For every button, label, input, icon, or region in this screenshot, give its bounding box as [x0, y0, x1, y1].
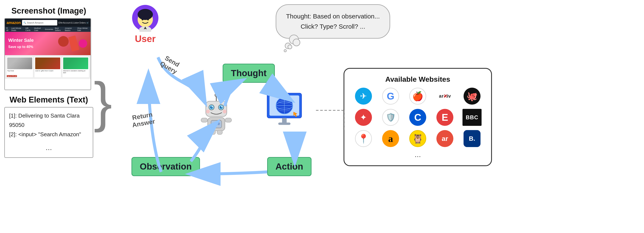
- web-element-2: [2]: <input> "Search Amazon": [9, 130, 88, 139]
- site-coursera: C: [409, 109, 426, 126]
- return-answer-label: ReturnAnswer: [130, 111, 156, 129]
- deco-circle-2: [79, 39, 87, 48]
- svg-rect-39: [282, 118, 287, 123]
- site-google: G: [382, 88, 399, 105]
- svg-point-24: [217, 122, 220, 125]
- amz-product-1: Top Deal Up to 47% off: [6, 57, 33, 78]
- arxiv-iv: iv: [447, 93, 451, 99]
- svg-point-22: [213, 122, 216, 125]
- amz-product-2: Just in: gifts from Coach: [34, 57, 61, 78]
- thought-label: Thought: [231, 68, 266, 78]
- robot-icon: [197, 93, 236, 136]
- amz-banner-title: Winter SaleSave up to 40%: [8, 37, 34, 50]
- amz-nav: ☰ All Last Minute Deals Gift Cards Medic…: [5, 27, 90, 32]
- product-label-1: Top Deal: [7, 70, 32, 72]
- svg-rect-25: [201, 118, 208, 122]
- amz-nav-deals: Last Minute Deals: [11, 27, 24, 31]
- observation-box: Observation: [132, 157, 200, 176]
- amazon-logo: amazon: [6, 21, 21, 25]
- site-duolingo: 🦉: [409, 130, 426, 147]
- send-query-label: SendQuery: [159, 54, 182, 75]
- amz-nav-sellers: Best Sellers: [55, 27, 63, 31]
- web-elements-box: [1]: Delivering to Santa Clara 95050 [2]…: [4, 107, 93, 158]
- action-label: Action: [276, 161, 303, 171]
- svg-rect-3: [138, 13, 153, 16]
- svg-rect-28: [217, 130, 222, 135]
- svg-point-5: [147, 19, 149, 20]
- thought-cloud: Thought: Based on observation... Click? …: [276, 4, 390, 39]
- product-badge-1: Up to 47% off: [7, 75, 17, 77]
- left-panel: Screenshot (Image) amazon 🔍 Search Amazo…: [4, 6, 93, 158]
- thought-bubble-area: Thought: Based on observation... Click? …: [276, 4, 390, 56]
- amz-product-3: Women's sweaters starting at $20: [62, 57, 89, 78]
- bubble-dot-small: [284, 49, 287, 52]
- observation-label: Observation: [140, 161, 192, 171]
- svg-point-19: [223, 110, 227, 114]
- site-booking: B.: [464, 130, 480, 147]
- product-label-3: Women's sweaters starting at $20: [63, 70, 88, 74]
- site-apple: 🍎: [409, 88, 426, 105]
- svg-point-4: [142, 19, 143, 20]
- websites-ellipsis: ...: [352, 150, 484, 159]
- robot-area: [197, 93, 240, 136]
- site-bbc: BBC: [462, 109, 482, 126]
- bubble-dot-large: [293, 39, 300, 46]
- amz-banner-content: Winter SaleSave up to 40%: [8, 37, 34, 50]
- thought-line1: Thought: Based on observation...: [286, 13, 380, 20]
- deco-rect: [68, 36, 79, 52]
- amz-nav-med: Medical Care: [34, 27, 43, 31]
- arxiv-text: ar: [439, 93, 444, 99]
- thought-line2: Click? Type? Scroll? ...: [301, 23, 365, 30]
- computer-monitor-icon: [265, 91, 308, 129]
- product-label-2: Just in: gifts from Coach: [35, 70, 60, 72]
- user-label: User: [135, 34, 156, 44]
- amz-nav-sale: Shop Winter Sale: [77, 27, 89, 31]
- amz-banner: Winter SaleSave up to 40%: [5, 32, 90, 55]
- site-arxiv: ar X iv: [436, 88, 453, 105]
- product-img-1: [7, 58, 32, 69]
- user-area: User: [132, 4, 159, 44]
- thought-box: Thought: [223, 64, 275, 83]
- brace-connector: }: [94, 74, 112, 129]
- amazon-screenshot: amazon 🔍 Search Amazon EN▾ Account & Lis…: [4, 18, 91, 90]
- arxiv-x: X: [444, 93, 447, 99]
- site-ar: ar: [436, 130, 453, 147]
- svg-point-16: [212, 106, 213, 107]
- amz-products: Top Deal Up to 47% off Just in: gifts fr…: [5, 55, 90, 79]
- web-elements-label: Web Elements (Text): [4, 95, 93, 104]
- product-img-3: [63, 58, 88, 69]
- amz-account: EN▾ Account & Lists▾ Orders 🛒: [58, 22, 89, 24]
- web-elements-more: ...: [9, 141, 88, 154]
- svg-rect-27: [210, 130, 216, 135]
- site-flight: ✈: [355, 88, 372, 105]
- site-maps: 📍: [355, 130, 372, 147]
- action-box: Action: [267, 157, 312, 176]
- amz-nav-gifts: Gift Cards: [26, 27, 32, 31]
- amz-banner-deco: [58, 36, 87, 51]
- site-wolfram: ✦: [355, 109, 372, 126]
- user-avatar: [132, 4, 159, 32]
- web-element-1: [1]: Delivering to Santa Clara 95050: [9, 111, 88, 130]
- svg-rect-26: [225, 118, 232, 122]
- websites-title: Available Websites: [352, 75, 484, 83]
- svg-rect-40: [278, 123, 290, 125]
- svg-point-17: [221, 106, 222, 107]
- site-github: 🐙: [464, 88, 480, 105]
- product-img-2: [35, 58, 60, 69]
- amz-header: amazon 🔍 Search Amazon EN▾ Account & Lis…: [5, 19, 90, 27]
- amz-search-bar: 🔍 Search Amazon: [22, 20, 57, 26]
- site-amazon: a: [382, 130, 399, 147]
- amz-nav-all: ☰ All: [6, 27, 10, 31]
- bubble-dot-medium: [288, 45, 292, 49]
- screenshot-label: Screenshot (Image): [4, 6, 93, 16]
- deco-circle-1: [58, 36, 69, 47]
- websites-box: Available Websites ✈ G 🍎 ar X iv 🐙 ✦ 🛡️ …: [344, 68, 492, 166]
- amz-nav-groc: Groceries: [45, 28, 53, 30]
- site-economist: E: [436, 109, 453, 126]
- svg-point-23: [215, 122, 218, 125]
- monitor-area: [265, 91, 308, 129]
- thought-bubble-dots: [276, 39, 390, 56]
- svg-point-18: [206, 110, 210, 114]
- websites-grid: ✈ G 🍎 ar X iv 🐙 ✦ 🛡️ C E BBC 📍 a: [352, 88, 484, 147]
- site-cambridge: 🛡️: [382, 109, 399, 126]
